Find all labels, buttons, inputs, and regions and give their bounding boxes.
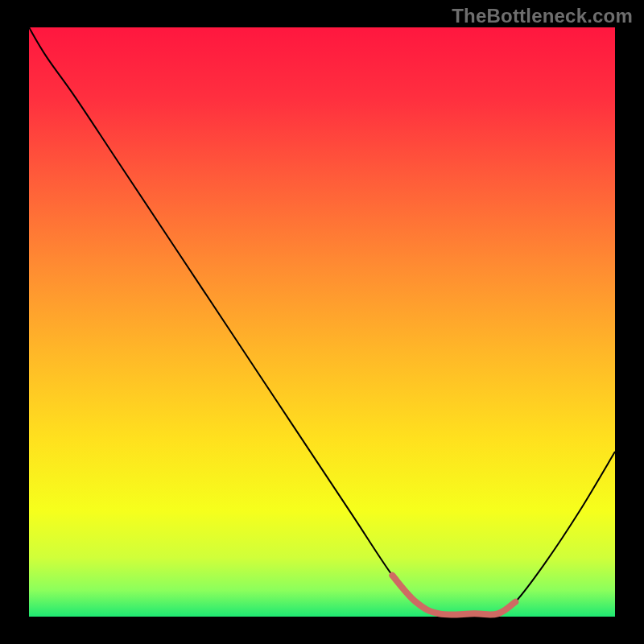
chart-frame: TheBottleneck.com <box>0 0 644 644</box>
plot-background <box>29 27 615 617</box>
bottleneck-chart <box>0 0 644 644</box>
watermark-text: TheBottleneck.com <box>452 5 633 27</box>
